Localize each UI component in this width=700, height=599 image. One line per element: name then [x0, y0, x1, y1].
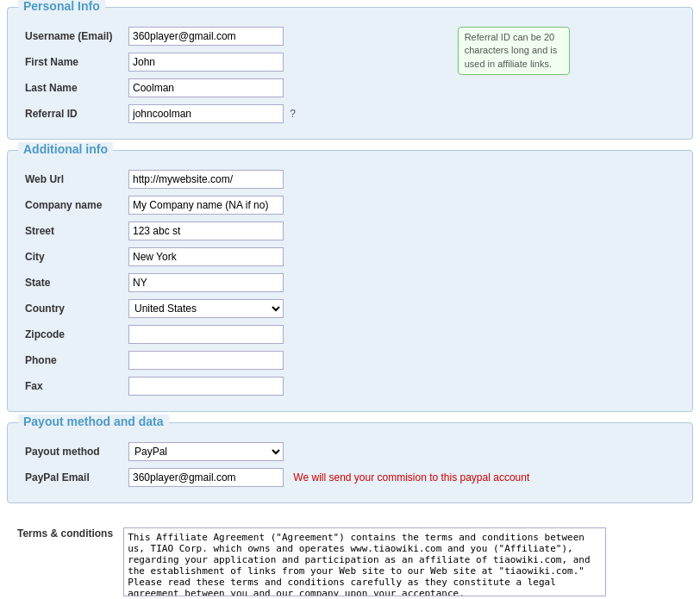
zipcode-row: Zipcode: [20, 321, 680, 347]
tooltip-cell: Referral ID can be 20 characters long an…: [442, 23, 680, 127]
weburl-label: Web Url: [20, 166, 123, 192]
payout-title: Payout method and data: [18, 415, 169, 428]
city-label: City: [20, 244, 123, 270]
terms-row: Terms & conditions: [12, 524, 688, 599]
state-field-cell: [123, 270, 680, 296]
terms-container: Terms & conditions I agree with terms & …: [7, 514, 693, 599]
weburl-input[interactable]: [128, 170, 284, 189]
street-input[interactable]: [128, 222, 284, 240]
paypal-email-cell: We will send your commision to this payp…: [123, 465, 680, 490]
payout-method-row: Payout method PayPal Check Wire Transfer: [20, 439, 680, 465]
company-label: Company name: [20, 192, 123, 218]
fax-input[interactable]: [128, 377, 284, 396]
phone-field-cell: [123, 347, 680, 373]
street-field-cell: [123, 218, 680, 244]
phone-label: Phone: [20, 347, 123, 373]
terms-label: Terms & conditions: [12, 524, 118, 599]
referral-label: Referral ID: [20, 101, 123, 127]
question-mark-icon[interactable]: ?: [290, 108, 296, 120]
username-input[interactable]: [128, 27, 284, 46]
company-row: Company name: [20, 192, 680, 218]
city-input[interactable]: [128, 247, 284, 266]
street-row: Street: [20, 218, 680, 244]
payout-form: Payout method PayPal Check Wire Transfer…: [20, 439, 680, 490]
additional-info-title: Additional info: [18, 142, 113, 156]
lastname-input[interactable]: [128, 78, 284, 97]
state-label: State: [20, 270, 123, 296]
lastname-label: Last Name: [20, 75, 123, 101]
zipcode-label: Zipcode: [20, 321, 123, 347]
lastname-field-cell: [123, 75, 442, 101]
username-label: Username (Email): [20, 23, 123, 49]
fax-field-cell: [123, 373, 680, 399]
username-field-cell: [123, 23, 442, 49]
paypal-email-input[interactable]: [128, 468, 284, 487]
zipcode-field-cell: [123, 321, 680, 347]
commission-note: We will send your commision to this payp…: [293, 471, 529, 484]
country-field-cell: United States Canada United Kingdom Aust…: [123, 296, 680, 321]
street-label: Street: [20, 218, 123, 244]
terms-textarea-cell: [118, 524, 688, 599]
state-input[interactable]: [128, 273, 284, 292]
zipcode-input[interactable]: [128, 325, 284, 344]
personal-info-form: Username (Email) Referral ID can be 20 c…: [20, 23, 680, 127]
country-label: Country: [20, 296, 123, 321]
city-field-cell: [123, 244, 680, 270]
terms-form: Terms & conditions: [12, 524, 688, 599]
fax-label: Fax: [20, 373, 123, 399]
referral-tooltip: Referral ID can be 20 characters long an…: [458, 27, 570, 75]
firstname-field-cell: [123, 49, 442, 75]
referral-input[interactable]: [128, 104, 284, 123]
payout-method-select[interactable]: PayPal Check Wire Transfer: [128, 442, 284, 461]
fax-row: Fax: [20, 373, 680, 399]
company-input[interactable]: [128, 196, 284, 215]
phone-input[interactable]: [128, 351, 284, 370]
company-field-cell: [123, 192, 680, 218]
payout-method-label: Payout method: [20, 439, 123, 465]
payout-method-cell: PayPal Check Wire Transfer: [123, 439, 680, 465]
firstname-label: First Name: [20, 49, 123, 75]
additional-info-form: Web Url Company name Street City State: [20, 166, 680, 399]
username-row: Username (Email) Referral ID can be 20 c…: [20, 23, 680, 49]
phone-row: Phone: [20, 347, 680, 373]
personal-info-section: Personal Info Username (Email) Referral …: [7, 7, 693, 140]
additional-info-section: Additional info Web Url Company name Str…: [7, 150, 693, 412]
city-row: City: [20, 244, 680, 270]
firstname-input[interactable]: [128, 53, 284, 72]
payout-section: Payout method and data Payout method Pay…: [7, 422, 693, 503]
weburl-row: Web Url: [20, 166, 680, 192]
referral-field-cell: ?: [123, 101, 442, 127]
country-select[interactable]: United States Canada United Kingdom Aust…: [128, 299, 284, 318]
terms-textarea[interactable]: [123, 527, 606, 596]
state-row: State: [20, 270, 680, 296]
country-row: Country United States Canada United King…: [20, 296, 680, 321]
personal-info-title: Personal Info: [18, 0, 105, 13]
terms-scroll-wrapper: [123, 527, 606, 599]
paypal-email-row: PayPal Email We will send your commision…: [20, 465, 680, 490]
weburl-field-cell: [123, 166, 680, 192]
paypal-email-label: PayPal Email: [20, 465, 123, 490]
